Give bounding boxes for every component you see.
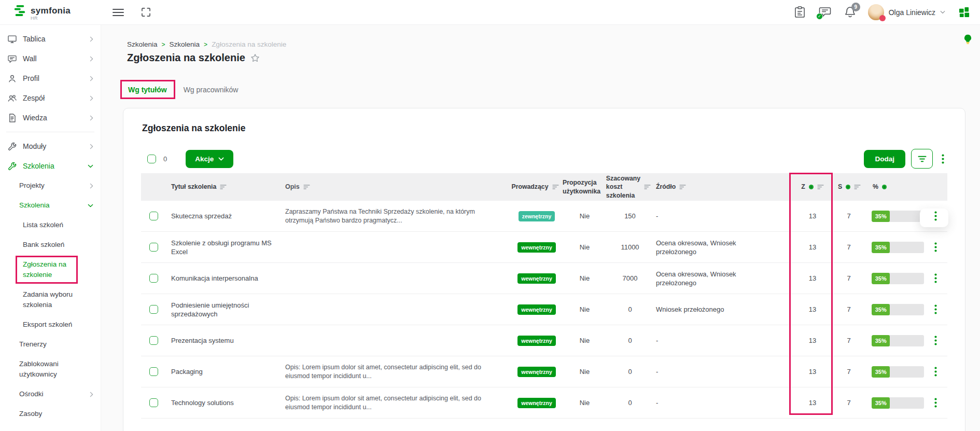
table-row[interactable]: Komunikacja interpersonalnawewnętrznyNie…: [141, 263, 947, 294]
sidebar-item-zgloszenia-na-szkolenie[interactable]: Zgłoszenia na szkolenie: [0, 255, 101, 285]
cell-checkbox: [141, 367, 166, 376]
actions-button-label: Akcje: [195, 155, 214, 163]
cell-user-proposal: Nie: [563, 212, 607, 220]
chevron-right-icon: [90, 36, 93, 42]
sidebar-item-osrodki[interactable]: Ośrodki: [0, 384, 101, 404]
sidebar-item-szkolenia[interactable]: Szkolenia: [0, 156, 101, 176]
sort-icon[interactable]: [817, 185, 824, 189]
table-row[interactable]: PackagingOpis: Lorem ipsum dolor sit ame…: [141, 356, 947, 387]
column-header-badge[interactable]: Prowadzący: [511, 183, 563, 191]
sort-icon[interactable]: [854, 185, 861, 189]
tab-wg-pracownikow[interactable]: Wg pracowników: [184, 82, 239, 97]
row-checkbox[interactable]: [149, 212, 158, 220]
sidebar-item-tablica[interactable]: Tablica: [0, 29, 101, 49]
sidebar-item-wall[interactable]: Wall: [0, 49, 101, 68]
table-row[interactable]: Szkolenie z obsługi programu MS Excelwew…: [141, 232, 947, 263]
breadcrumb-item[interactable]: Szkolenia: [127, 40, 158, 48]
sidebar-item-zasoby[interactable]: Zasoby: [0, 404, 101, 424]
sort-icon[interactable]: [679, 185, 686, 189]
progress-label: 35%: [875, 307, 887, 313]
logo-text: symfonia: [31, 6, 71, 15]
apps-grid-icon[interactable]: [959, 7, 970, 18]
sidebar-item-trenerzy[interactable]: Trenerzy: [0, 335, 101, 354]
table-row[interactable]: Skuteczna sprzedażZapraszamy Państwa na …: [141, 201, 947, 232]
row-menu-kebab-icon[interactable]: [931, 333, 940, 347]
hint-lightbulb-icon[interactable]: [964, 34, 972, 45]
sidebar-item-label: Wall: [23, 53, 37, 64]
row-menu-kebab-icon[interactable]: [931, 396, 940, 410]
fullscreen-icon[interactable]: [142, 8, 150, 17]
row-checkbox[interactable]: [149, 305, 158, 314]
sidebar-nav: TablicaWallProfilZespółWiedzaModułySzkol…: [0, 29, 101, 424]
row-checkbox[interactable]: [149, 367, 158, 376]
sort-icon[interactable]: [644, 185, 651, 189]
progress-label: 35%: [875, 338, 887, 344]
progress-bar: 35%: [872, 273, 924, 284]
hamburger-menu-icon[interactable]: [113, 8, 124, 17]
sidebar-item-eksport-szkolen[interactable]: Eksport szkoleń: [0, 315, 101, 335]
favorite-star-icon[interactable]: [250, 53, 260, 63]
app-logo[interactable]: symfonia HR: [0, 4, 101, 21]
column-header-desc[interactable]: Opis: [283, 183, 511, 191]
sidebar-item-moduly[interactable]: Moduły: [0, 136, 101, 156]
select-all-checkbox[interactable]: [147, 155, 156, 163]
sidebar-item-bank-szkolen[interactable]: Bank szkoleń: [0, 235, 101, 255]
column-header-label: Źródło: [656, 183, 676, 191]
row-menu-kebab-icon[interactable]: [931, 240, 940, 254]
row-checkbox[interactable]: [149, 243, 158, 252]
column-header-z[interactable]: Z: [786, 183, 833, 191]
user-menu[interactable]: Olga Liniewicz: [868, 4, 945, 20]
column-header-pct[interactable]: %: [864, 183, 924, 191]
row-checkbox[interactable]: [149, 336, 158, 345]
column-header-source[interactable]: Źródło: [653, 183, 786, 191]
actions-button[interactable]: Akcje: [186, 150, 233, 168]
row-menu-kebab-icon[interactable]: [931, 209, 940, 223]
clipboard-icon[interactable]: [794, 6, 805, 18]
sort-icon[interactable]: [303, 185, 310, 189]
table-row[interactable]: Podniesienie umiejętności sprzedażowychw…: [141, 294, 947, 325]
sidebar-item-label: Eksport szkoleń: [23, 319, 72, 330]
sidebar-item-wiedza[interactable]: Wiedza: [0, 108, 101, 128]
topbar: symfonia HR ✓ 9 Olga Liniewicz: [0, 0, 980, 25]
row-checkbox[interactable]: [149, 274, 158, 283]
add-button[interactable]: Dodaj: [864, 150, 905, 168]
sort-icon[interactable]: [552, 185, 559, 189]
sidebar-item-zadania-wyboru-szkolenia[interactable]: Zadania wyboru szkolenia: [0, 285, 101, 315]
column-header-proposal[interactable]: Propozycja użytkownika: [563, 178, 607, 196]
sidebar-item-projekty[interactable]: Projekty: [0, 176, 101, 196]
cell-user-proposal: Nie: [563, 305, 607, 313]
sidebar-item-zablokowani-uzytkownicy[interactable]: Zablokowani użytkownicy: [0, 354, 101, 384]
sidebar-item-szkolenia[interactable]: Szkolenia: [0, 196, 101, 215]
chevron-right-icon: [90, 144, 93, 149]
filter-button[interactable]: [911, 149, 933, 169]
sort-icon[interactable]: [220, 185, 227, 189]
breadcrumb-item[interactable]: Szkolenia: [170, 40, 200, 48]
row-menu-kebab-icon[interactable]: [931, 365, 940, 379]
row-menu-kebab-icon[interactable]: [931, 302, 940, 316]
column-header-s[interactable]: S: [833, 183, 864, 191]
tab-wg-tytulow[interactable]: Wg tytułów: [128, 82, 167, 97]
breadcrumb-item[interactable]: Zgłoszenia na szkolenie: [212, 40, 286, 48]
cell-s-count: 7: [833, 305, 864, 313]
cell-trainer-type: wewnętrzny: [511, 367, 563, 377]
column-header-title[interactable]: Tytuł szkolenia: [166, 183, 283, 191]
messages-icon[interactable]: ✓: [819, 7, 831, 18]
cell-title: Komunikacja interpersonalna: [166, 274, 283, 283]
sidebar-item-lista-szkolen[interactable]: Lista szkoleń: [0, 215, 101, 235]
sidebar-item-label: Projekty: [19, 180, 45, 191]
column-header-label: %: [873, 183, 878, 191]
selected-count: 0: [163, 155, 167, 163]
table-row[interactable]: Technology solutionsOpis: Lorem ipsum do…: [141, 387, 947, 419]
column-header-cost[interactable]: Szacowany koszt szkolenia: [607, 174, 653, 200]
table-row[interactable]: Prezentacja systemuwewnętrznyNie0-13735%: [141, 325, 947, 356]
cell-estimated-cost: 150: [607, 212, 653, 220]
row-checkbox[interactable]: [149, 398, 158, 407]
sidebar-item-profil[interactable]: Profil: [0, 68, 101, 88]
sidebar-item-zespol[interactable]: Zespół: [0, 88, 101, 108]
source-text: Ocena okresowa, Wniosek przełożonego: [656, 239, 744, 256]
sidebar-item-label: Trenerzy: [19, 339, 47, 350]
row-menu-kebab-icon[interactable]: [931, 271, 940, 285]
notifications-bell-icon[interactable]: 9: [845, 6, 856, 18]
table-options-kebab-icon[interactable]: [939, 152, 947, 166]
cell-checkbox: [141, 336, 166, 345]
